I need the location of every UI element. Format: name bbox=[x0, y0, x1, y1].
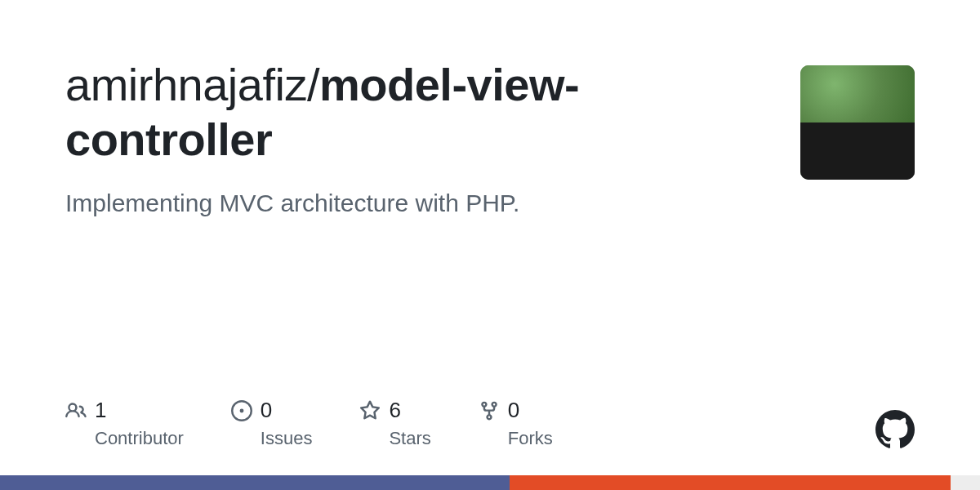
repo-title[interactable]: amirhnajafiz/model-view-controller bbox=[65, 57, 735, 167]
github-logo-icon[interactable] bbox=[875, 410, 915, 449]
contributors-count: 1 bbox=[95, 398, 106, 423]
people-icon bbox=[65, 400, 87, 421]
language-segment-other bbox=[951, 475, 980, 490]
repo-description: Implementing MVC architecture with PHP. bbox=[65, 186, 735, 220]
fork-icon bbox=[479, 400, 500, 421]
forks-label: Forks bbox=[508, 428, 553, 449]
language-bar bbox=[0, 475, 980, 490]
stat-forks[interactable]: 0 Forks bbox=[479, 398, 553, 449]
stat-issues[interactable]: 0 Issues bbox=[231, 398, 313, 449]
language-segment-html bbox=[510, 475, 951, 490]
issues-count: 0 bbox=[261, 398, 272, 423]
stat-stars[interactable]: 6 Stars bbox=[359, 398, 430, 449]
stars-count: 6 bbox=[389, 398, 400, 423]
language-segment-php bbox=[0, 475, 510, 490]
repo-card-content: amirhnajafiz/model-view-controller Imple… bbox=[0, 0, 980, 220]
repo-owner[interactable]: amirhnajafiz bbox=[65, 59, 307, 110]
forks-count: 0 bbox=[508, 398, 519, 423]
star-icon bbox=[359, 400, 381, 421]
issues-label: Issues bbox=[261, 428, 313, 449]
stars-label: Stars bbox=[389, 428, 430, 449]
contributors-label: Contributor bbox=[95, 428, 184, 449]
issue-icon bbox=[231, 400, 252, 421]
repo-stats: 1 Contributor 0 Issues 6 Stars 0 Forks bbox=[65, 398, 553, 449]
stat-contributors[interactable]: 1 Contributor bbox=[65, 398, 184, 449]
repo-main-text: amirhnajafiz/model-view-controller Imple… bbox=[65, 57, 735, 220]
avatar[interactable] bbox=[800, 65, 915, 180]
